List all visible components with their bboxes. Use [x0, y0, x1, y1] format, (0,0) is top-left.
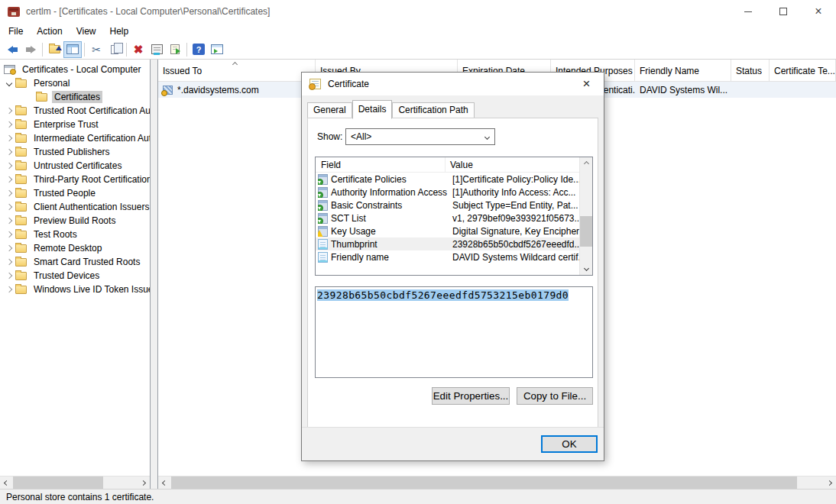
- folder-icon: [15, 162, 27, 170]
- tree-item-label: Trusted Publishers: [31, 146, 112, 158]
- tree-item-personal[interactable]: Personal: [0, 76, 150, 90]
- chevron-right-icon[interactable]: [3, 260, 15, 264]
- field-row-friendly-name[interactable]: Friendly name DAVID Systems Wildcard cer…: [316, 250, 592, 263]
- column-header-status[interactable]: Status: [731, 60, 770, 81]
- show-dropdown[interactable]: <All>: [345, 128, 495, 145]
- cell-certificate-template: [770, 82, 836, 98]
- tree-item-smart-card[interactable]: Smart Card Trusted Roots: [0, 255, 150, 269]
- chevron-right-icon[interactable]: [3, 150, 15, 154]
- chevron-right-icon[interactable]: [3, 232, 15, 237]
- ok-button[interactable]: OK: [541, 435, 598, 453]
- chevron-down-icon[interactable]: [479, 129, 494, 144]
- pane-splitter[interactable]: [151, 60, 157, 489]
- tree-item-client-auth[interactable]: Client Authentication Issuers: [0, 200, 150, 214]
- scroll-up-icon[interactable]: [580, 157, 592, 170]
- field-row-basic-constraints[interactable]: Basic Constraints Subject Type=End Entit…: [316, 199, 592, 212]
- scroll-right-icon[interactable]: [137, 477, 150, 489]
- chevron-right-icon[interactable]: [3, 287, 15, 292]
- cut-button[interactable]: ✂: [87, 41, 105, 58]
- back-button[interactable]: [3, 41, 21, 58]
- chevron-right-icon[interactable]: [3, 136, 15, 141]
- menu-file[interactable]: File: [2, 24, 30, 39]
- chevron-right-icon[interactable]: [3, 122, 15, 127]
- chevron-right-icon[interactable]: [3, 108, 15, 113]
- chevron-right-icon[interactable]: [3, 177, 15, 182]
- tree-item-trusted-devices[interactable]: Trusted Devices: [0, 269, 150, 283]
- properties-button[interactable]: [147, 41, 166, 58]
- grid-vertical-scrollbar[interactable]: [579, 157, 592, 275]
- list-horizontal-scrollbar[interactable]: [158, 476, 836, 489]
- scroll-left-icon[interactable]: [158, 477, 171, 489]
- tree-item-preview-build[interactable]: Preview Build Roots: [0, 214, 150, 228]
- cell-friendly-name: DAVID Systems Wil...: [635, 82, 731, 98]
- chevron-right-icon[interactable]: [3, 163, 15, 168]
- chevron-right-icon[interactable]: [3, 191, 15, 195]
- tree-item-trusted-publishers[interactable]: Trusted Publishers: [0, 145, 150, 159]
- scroll-down-icon[interactable]: [580, 262, 592, 275]
- chevron-right-icon[interactable]: [3, 273, 15, 278]
- menu-action[interactable]: Action: [30, 24, 69, 39]
- back-icon: [8, 46, 18, 53]
- close-button[interactable]: ×: [801, 0, 836, 23]
- menu-help[interactable]: Help: [103, 24, 136, 39]
- menu-view[interactable]: View: [70, 24, 103, 39]
- tab-general[interactable]: General: [307, 102, 352, 118]
- folder-icon: [36, 93, 47, 102]
- chevron-right-icon[interactable]: [3, 246, 15, 250]
- tree-item-third-party[interactable]: Third-Party Root Certification Authoriti…: [0, 173, 150, 186]
- tree-item-label: Test Roots: [31, 228, 79, 241]
- extension-icon: [318, 213, 328, 224]
- help-button[interactable]: ?: [190, 41, 208, 58]
- tree-item-trusted-root[interactable]: Trusted Root Certification Authorities: [0, 104, 150, 118]
- tree-item-trusted-people[interactable]: Trusted People: [0, 186, 150, 200]
- tree-item-intermediate[interactable]: Intermediate Certification Authorities: [0, 131, 150, 145]
- minimize-icon: [744, 11, 752, 12]
- scroll-thumb[interactable]: [580, 216, 592, 247]
- forward-icon: [26, 46, 36, 53]
- scroll-thumb[interactable]: [171, 477, 797, 489]
- tree-horizontal-scrollbar[interactable]: [0, 476, 150, 489]
- edit-properties-button[interactable]: Edit Properties...: [432, 387, 510, 405]
- scroll-right-icon[interactable]: [823, 477, 836, 489]
- column-header-issued-to[interactable]: Issued To: [158, 60, 316, 81]
- field-detail-textbox[interactable]: 23928b65b50cbdf5267eeedfd5753215eb0179d0: [315, 286, 593, 378]
- tab-certification-path[interactable]: Certification Path: [392, 102, 474, 118]
- field-row-certificate-policies[interactable]: Certificate Policies [1]Certificate Poli…: [316, 173, 592, 186]
- tree-item-remote-desktop[interactable]: Remote Desktop: [0, 241, 150, 255]
- delete-icon: ✖: [134, 43, 144, 57]
- show-action-pane-button[interactable]: [208, 41, 226, 58]
- maximize-button[interactable]: [766, 0, 801, 23]
- column-header-certificate-template[interactable]: Certificate Te...: [770, 60, 836, 81]
- tree-item-test-roots[interactable]: Test Roots: [0, 228, 150, 241]
- delete-button[interactable]: ✖: [129, 41, 147, 58]
- copy-button[interactable]: [105, 41, 124, 58]
- column-header-friendly-name[interactable]: Friendly Name: [635, 60, 731, 81]
- minimize-button[interactable]: [731, 0, 766, 23]
- chevron-right-icon[interactable]: [3, 218, 15, 223]
- tree-item-certificates[interactable]: Certificates: [0, 90, 150, 104]
- field-row-key-usage[interactable]: Key Usage Digital Signature, Key Enciphe…: [316, 225, 592, 237]
- chevron-down-icon[interactable]: [3, 81, 15, 86]
- tab-details[interactable]: Details: [352, 100, 393, 119]
- scroll-thumb[interactable]: [13, 477, 103, 489]
- grid-column-value[interactable]: Value: [446, 160, 473, 170]
- chevron-right-icon[interactable]: [3, 205, 15, 209]
- copy-to-file-button[interactable]: Copy to File...: [517, 387, 593, 405]
- forward-button[interactable]: [21, 41, 40, 58]
- tree-item-label: Enterprise Trust: [31, 118, 101, 131]
- field-row-authority-information-access[interactable]: Authority Information Access [1]Authorit…: [316, 186, 592, 199]
- tree-item-root[interactable]: Certificates - Local Computer: [0, 63, 150, 76]
- grid-column-field[interactable]: Field: [316, 157, 446, 173]
- scroll-left-icon[interactable]: [0, 477, 13, 489]
- help-icon: ?: [193, 44, 205, 55]
- show-console-tree-button[interactable]: [63, 41, 82, 58]
- tree-item-untrusted[interactable]: Untrusted Certificates: [0, 159, 150, 173]
- tree-item-windows-live-id[interactable]: Windows Live ID Token Issuer: [0, 283, 150, 296]
- dialog-close-button[interactable]: ×: [569, 73, 604, 95]
- field-row-sct-list[interactable]: SCT List v1, 2979bef09e393921f05673...: [316, 212, 592, 225]
- field-row-thumbprint[interactable]: Thumbprint 23928b65b50cbdf5267eeedfd...: [316, 237, 592, 250]
- export-list-button[interactable]: [166, 41, 184, 58]
- up-one-level-button[interactable]: [45, 41, 63, 58]
- tree-item-enterprise-trust[interactable]: Enterprise Trust: [0, 118, 150, 131]
- folder-icon: [15, 107, 27, 115]
